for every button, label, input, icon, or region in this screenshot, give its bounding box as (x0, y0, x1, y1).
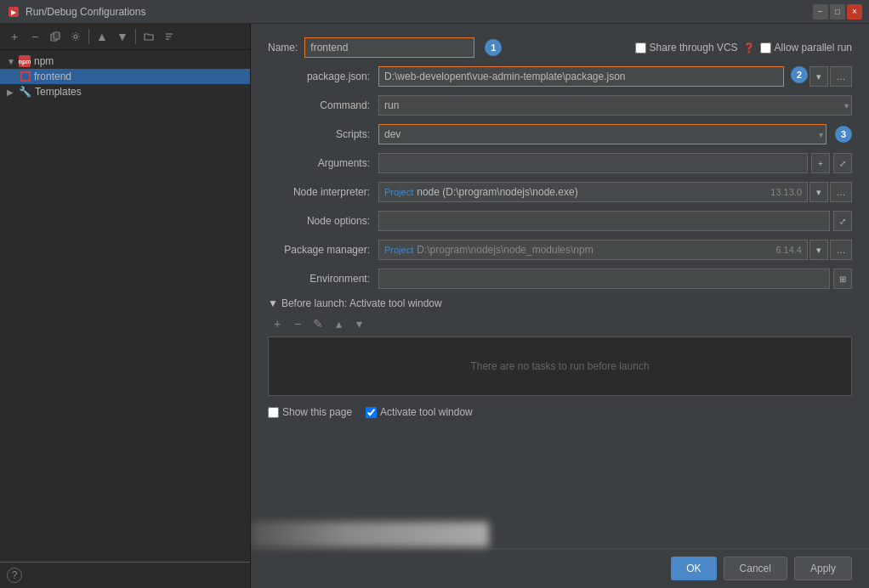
activate-tool-label[interactable]: Activate tool window (366, 406, 473, 418)
right-content: Name: 1 Share through VCS ❓ (251, 24, 869, 588)
tree-npm-group[interactable]: ▼ npm npm (0, 54, 250, 69)
scripts-row: Scripts: dev build lint ▾ 3 (268, 124, 852, 144)
copy-config-button[interactable] (46, 27, 65, 46)
svg-text:▶: ▶ (11, 8, 17, 16)
badge-3: 3 (835, 126, 852, 143)
title-bar: ▶ Run/Debug Configurations − □ × (0, 0, 869, 24)
settings-config-button[interactable] (66, 27, 85, 46)
before-launch-up-btn[interactable]: ▴ (329, 314, 348, 333)
show-page-checkbox[interactable] (268, 407, 279, 418)
before-launch-collapse-icon[interactable]: ▼ (268, 297, 278, 309)
apply-button[interactable]: Apply (794, 557, 852, 580)
before-launch-edit-btn[interactable]: ✎ (309, 314, 327, 333)
before-launch-section: ▼ Before launch: Activate tool window + … (268, 297, 852, 396)
move-up-config-button[interactable]: ▲ (93, 27, 111, 46)
pkg-manager-version-badge: 6.14.4 (775, 245, 802, 255)
form-area: Name: 1 Share through VCS ❓ (251, 24, 869, 548)
package-json-row: package.json: 2 ▾ … (268, 66, 852, 87)
node-options-label: Node options: (268, 215, 378, 227)
node-interpreter-input-group: Project node (D:\program\nodejs\node.exe… (378, 182, 852, 202)
scripts-field: dev build lint ▾ 3 (378, 124, 852, 144)
pkg-manager-browse-btn[interactable]: … (830, 240, 852, 260)
node-interpreter-label: Node interpreter: (268, 186, 378, 198)
main-container: + − ▲ ▼ (0, 24, 869, 588)
command-dropdown[interactable]: run install test (378, 95, 852, 116)
maximize-button[interactable]: □ (830, 4, 845, 20)
show-page-label[interactable]: Show this page (268, 406, 352, 418)
environment-input[interactable] (378, 269, 830, 289)
before-launch-remove-btn[interactable]: − (288, 314, 307, 333)
sort-config-button[interactable] (160, 27, 179, 46)
add-config-button[interactable]: + (5, 27, 24, 46)
arguments-input[interactable] (378, 153, 808, 173)
share-vcs-label[interactable]: Share through VCS (635, 42, 738, 54)
node-interpreter-row: Node interpreter: Project node (D:\progr… (268, 182, 852, 202)
package-json-input[interactable] (378, 66, 784, 87)
arguments-row: Arguments: + ⤢ (268, 153, 852, 173)
bottom-checkboxes: Show this page Activate tool window (268, 406, 852, 418)
folder-config-button[interactable] (139, 27, 158, 46)
move-down-config-button[interactable]: ▼ (113, 27, 132, 46)
name-label: Name: (268, 42, 298, 54)
package-json-dropdown-btn[interactable]: ▾ (809, 66, 828, 87)
cancel-button[interactable]: Cancel (724, 557, 787, 580)
remove-config-button[interactable]: − (26, 27, 44, 46)
before-launch-add-btn[interactable]: + (268, 314, 287, 333)
scripts-label: Scripts: (268, 128, 378, 140)
minimize-button[interactable]: − (813, 4, 828, 20)
pkg-manager-dropdown-btn[interactable]: ▾ (809, 240, 828, 260)
node-version-badge: 13.13.0 (770, 187, 802, 197)
before-launch-down-btn[interactable]: ▾ (349, 314, 368, 333)
node-options-expand-btn[interactable]: ⤢ (833, 211, 852, 231)
arguments-fullscreen-btn[interactable]: ⤢ (833, 153, 852, 173)
allow-parallel-label[interactable]: Allow parallel run (760, 42, 852, 54)
left-panel: + − ▲ ▼ (0, 24, 251, 588)
npm-label: npm (34, 55, 54, 67)
frontend-icon (20, 71, 31, 82)
allow-parallel-checkbox[interactable] (760, 42, 771, 54)
toolbar-divider2 (135, 29, 136, 44)
share-vcs-help-icon: ❓ (743, 42, 755, 54)
pkg-manager-project-prefix: Project (384, 245, 413, 255)
environment-edit-btn[interactable]: ⊞ (833, 269, 852, 289)
no-tasks-text: There are no tasks to run before launch (470, 360, 649, 372)
package-manager-input-group: Project D:\program\nodejs\node_modules\n… (378, 240, 852, 260)
command-label: Command: (268, 99, 378, 111)
left-toolbar: + − ▲ ▼ (0, 24, 250, 50)
package-json-input-group: 2 ▾ … (378, 66, 852, 87)
arguments-field: + ⤢ (378, 153, 852, 173)
package-json-field: 2 ▾ … (378, 66, 852, 87)
package-json-browse-btn[interactable]: … (830, 66, 852, 87)
node-interp-browse-btn[interactable]: … (830, 182, 852, 202)
before-launch-header: ▼ Before launch: Activate tool window (268, 297, 852, 309)
templates-label: Templates (35, 86, 82, 98)
node-options-field: ⤢ (378, 211, 852, 231)
node-options-input[interactable] (378, 211, 830, 231)
name-right: 1 Share through VCS ❓ Allow parallel run (304, 37, 852, 58)
arguments-expand-btn[interactable]: + (811, 153, 830, 173)
package-manager-label: Package manager: (268, 244, 378, 256)
badge-1: 1 (485, 39, 502, 56)
bottom-bar: OK Cancel Apply (251, 548, 869, 588)
tree-frontend-item[interactable]: frontend (0, 69, 250, 84)
npm-icon: npm (19, 55, 31, 67)
tree-templates-group[interactable]: ▶ 🔧 Templates (0, 84, 250, 99)
command-field: run install test ▾ (378, 95, 852, 116)
close-button[interactable]: × (847, 4, 862, 20)
node-interp-project-prefix: Project (384, 187, 413, 197)
before-launch-box: There are no tasks to run before launch (268, 336, 852, 396)
share-vcs-checkbox[interactable] (635, 42, 646, 54)
scripts-dropdown[interactable]: dev build lint (378, 124, 826, 144)
node-interp-value: node (D:\program\nodejs\node.exe) (417, 186, 767, 198)
help-button[interactable]: ? (7, 568, 22, 583)
window-controls: − □ × (813, 4, 862, 20)
app-icon: ▶ (7, 5, 20, 19)
ok-button[interactable]: OK (671, 557, 716, 580)
blurred-content (251, 522, 489, 547)
activate-tool-checkbox[interactable] (366, 407, 377, 418)
node-interp-dropdown-btn[interactable]: ▾ (809, 182, 828, 202)
node-interpreter-field: Project node (D:\program\nodejs\node.exe… (378, 182, 852, 202)
command-row: Command: run install test ▾ (268, 95, 852, 116)
left-bottom: ? (0, 562, 250, 588)
name-input[interactable] (304, 37, 474, 58)
